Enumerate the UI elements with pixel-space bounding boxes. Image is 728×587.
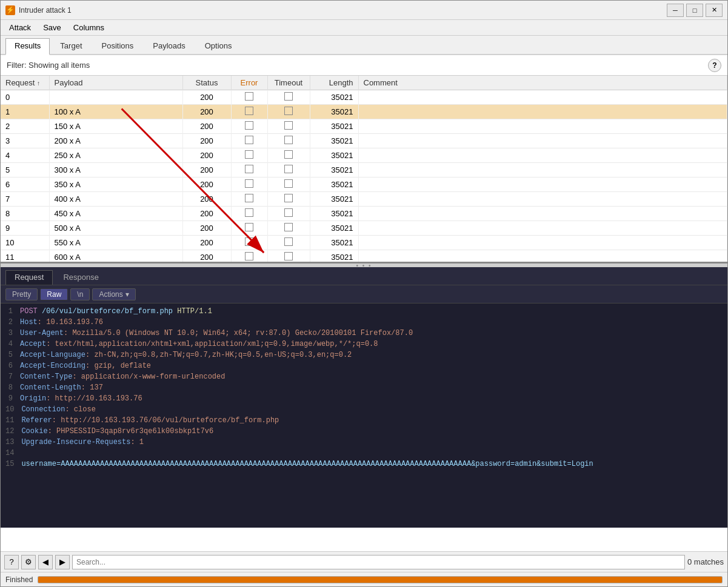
cell-comment [358,236,727,250]
settings-button[interactable]: ⚙ [21,555,36,569]
table-row[interactable]: 9 500 x A 200 35021 [1,221,727,236]
tab-response[interactable]: Response [54,270,108,285]
col-header-request[interactable]: Request ↑ [1,76,49,90]
code-line: 9Origin: http://10.163.193.76 [1,393,727,404]
cell-request: 11 [1,250,49,264]
help-button[interactable]: ? [4,555,19,569]
actions-button[interactable]: Actions ▾ [92,288,135,300]
table-row[interactable]: 3 200 x A 200 35021 [1,134,727,148]
cell-error [231,221,267,236]
code-line: 1POST /06/vul/burteforce/bf_form.php HTT… [1,306,727,317]
table-row[interactable]: 1 100 x A 200 35021 [1,105,727,119]
cell-payload: 300 x A [49,163,182,177]
cell-length: 35021 [310,105,358,119]
line-number: 2 [1,317,18,328]
col-header-payload[interactable]: Payload [49,76,182,90]
cell-payload: 200 x A [49,134,182,148]
tab-request[interactable]: Request [5,270,53,285]
table-row[interactable]: 8 450 x A 200 35021 [1,207,727,221]
forward-button[interactable]: ▶ [55,555,70,569]
filter-bar: Filter: Showing all items ? [1,55,727,76]
cell-length: 35021 [310,119,358,134]
cell-length: 35021 [310,221,358,236]
tab-options[interactable]: Options [196,38,241,54]
cell-timeout [267,192,310,207]
line-number: 13 [1,437,19,448]
menu-attack[interactable]: Attack [3,20,37,35]
cell-payload: 400 x A [49,192,182,207]
table-row[interactable]: 0 200 35021 [1,90,727,105]
raw-button[interactable]: Raw [40,288,68,300]
line-number: 15 [1,459,19,469]
line-content: Accept-Encoding: gzip, deflate [18,360,153,371]
cell-error [231,148,267,163]
table-row[interactable]: 7 400 x A 200 35021 [1,192,727,207]
line-content [19,448,24,459]
tab-positions[interactable]: Positions [93,38,143,54]
table-row[interactable]: 4 250 x A 200 35021 [1,148,727,163]
cell-timeout [267,236,310,250]
cell-payload: 250 x A [49,148,182,163]
cell-timeout [267,163,310,177]
table-body: 0 200 35021 1 100 x A 200 35021 2 150 x … [1,90,727,264]
cell-timeout [267,250,310,264]
line-number: 3 [1,328,18,339]
line-number: 11 [1,415,19,426]
cell-status: 200 [182,192,231,207]
search-input[interactable] [72,555,685,569]
col-header-length[interactable]: Length [310,76,358,90]
code-line: 11Referer: http://10.163.193.76/06/vul/b… [1,415,727,426]
maximize-button[interactable]: □ [686,4,703,17]
table-row[interactable]: 6 350 x A 200 35021 [1,177,727,192]
cell-comment [358,134,727,148]
table-row[interactable]: 5 300 x A 200 35021 [1,163,727,177]
cell-timeout [267,207,310,221]
close-button[interactable]: ✕ [706,4,723,17]
menu-columns[interactable]: Columns [67,20,110,35]
tab-payloads[interactable]: Payloads [144,38,194,54]
cell-status: 200 [182,148,231,163]
col-header-status[interactable]: Status [182,76,231,90]
tab-target[interactable]: Target [51,38,91,54]
back-button[interactable]: ◀ [38,555,53,569]
bottom-panel: Request Response Pretty Raw \n Actions ▾… [1,267,727,528]
newline-button[interactable]: \n [70,288,90,300]
minimize-button[interactable]: ─ [667,4,684,17]
menu-save[interactable]: Save [37,20,67,35]
cell-timeout [267,105,310,119]
line-number: 10 [1,404,19,415]
cell-status: 200 [182,177,231,192]
cell-request: 8 [1,207,49,221]
code-editor[interactable]: 1POST /06/vul/burteforce/bf_form.php HTT… [1,303,727,528]
main-content: Filter: Showing all items ? Request ↑ Pa… [1,55,727,551]
col-header-comment[interactable]: Comment [358,76,727,90]
line-content: Origin: http://10.163.193.76 [18,393,145,404]
table-row[interactable]: 11 600 x A 200 35021 [1,250,727,264]
cell-comment [358,90,727,105]
table-row[interactable]: 2 150 x A 200 35021 [1,119,727,134]
pretty-button[interactable]: Pretty [5,288,38,300]
cell-error [231,236,267,250]
cell-request: 1 [1,105,49,119]
titlebar: ⚡ Intruder attack 1 ─ □ ✕ [1,1,727,20]
line-content: Accept-Language: zh-CN,zh;q=0.8,zh-TW;q=… [18,350,354,360]
col-header-timeout[interactable]: Timeout [267,76,310,90]
cell-status: 200 [182,134,231,148]
code-line: 2Host: 10.163.193.76 [1,317,727,328]
filter-text: Filter: Showing all items [7,61,708,70]
cell-length: 35021 [310,134,358,148]
cell-timeout [267,221,310,236]
cell-length: 35021 [310,207,358,221]
cell-request: 4 [1,148,49,163]
cell-request: 10 [1,236,49,250]
app-window: ⚡ Intruder attack 1 ─ □ ✕ Attack Save Co… [0,0,728,587]
cell-timeout [267,119,310,134]
line-number: 14 [1,448,19,459]
cell-payload: 350 x A [49,177,182,192]
table-row[interactable]: 10 550 x A 200 35021 [1,236,727,250]
cell-error [231,134,267,148]
filter-help-button[interactable]: ? [708,59,721,72]
col-header-error[interactable]: Error [231,76,267,90]
tab-results[interactable]: Results [5,38,50,55]
code-line: 8Content-Length: 137 [1,382,727,393]
